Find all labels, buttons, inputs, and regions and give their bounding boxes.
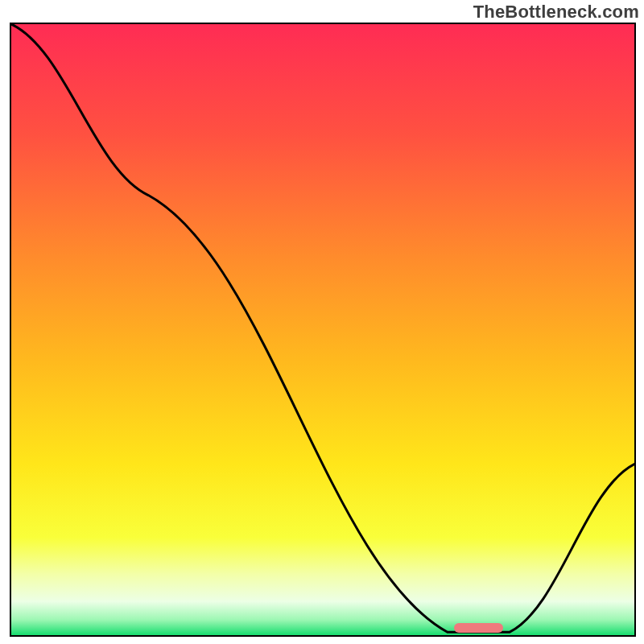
chart-stage: TheBottleneck.com [0,0,644,644]
plot-area [10,23,636,637]
background-gradient [11,24,634,635]
watermark-text: TheBottleneck.com [473,2,639,23]
svg-rect-0 [11,24,634,635]
